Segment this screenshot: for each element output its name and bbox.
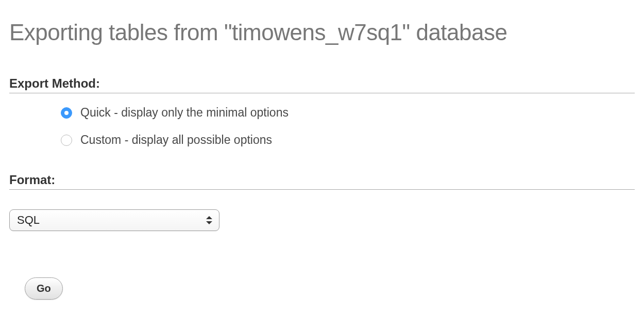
format-select-value: SQL <box>17 213 40 227</box>
radio-custom[interactable] <box>61 135 72 146</box>
radio-dot-icon <box>64 111 69 115</box>
export-method-radio-group: Quick - display only the minimal options… <box>9 106 635 147</box>
page-title: Exporting tables from "timowens_w7sq1" d… <box>9 20 635 45</box>
format-section: Format: SQL <box>9 173 635 231</box>
format-select-wrap: SQL <box>9 209 219 231</box>
go-button[interactable]: Go <box>25 277 63 300</box>
radio-quick[interactable] <box>61 107 72 119</box>
radio-quick-label[interactable]: Quick - display only the minimal options <box>80 106 289 120</box>
export-method-heading: Export Method: <box>9 76 635 93</box>
radio-custom-label[interactable]: Custom - display all possible options <box>80 133 272 147</box>
export-method-section: Export Method: Quick - display only the … <box>9 76 635 147</box>
radio-row-custom: Custom - display all possible options <box>61 133 635 147</box>
format-heading: Format: <box>9 173 635 190</box>
format-select[interactable]: SQL <box>9 209 219 231</box>
radio-row-quick: Quick - display only the minimal options <box>61 106 635 120</box>
